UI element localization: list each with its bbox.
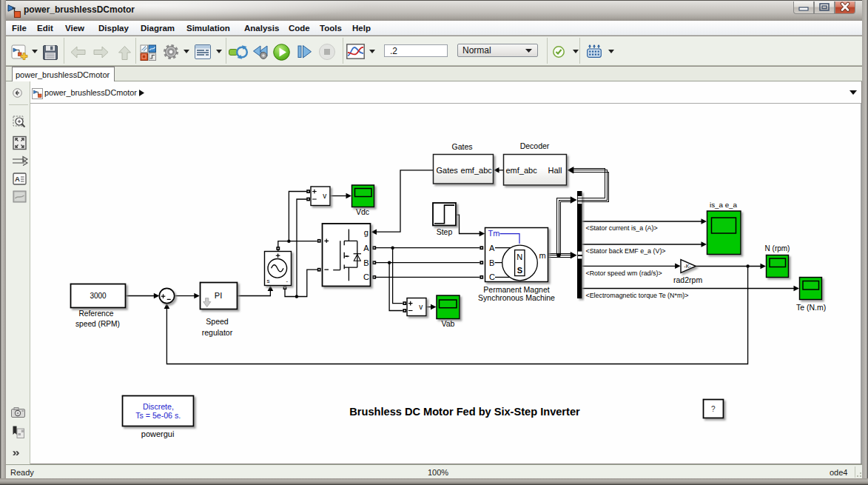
svg-text:Gates: Gates — [437, 166, 459, 175]
svg-text:Te (N.m): Te (N.m) — [796, 303, 826, 312]
svg-text:B: B — [489, 258, 494, 267]
svg-text:is_a e_a: is_a e_a — [710, 201, 738, 209]
svg-text:3000: 3000 — [90, 292, 107, 300]
svg-text:PI: PI — [215, 291, 222, 300]
svg-text:powergui: powergui — [141, 429, 175, 438]
svg-text:Tm: Tm — [488, 229, 500, 238]
svg-text:<Electromagnetic torque Te (N*: <Electromagnetic torque Te (N*m)> — [586, 292, 689, 299]
svg-text:emf_abc: emf_abc — [506, 166, 538, 175]
svg-text:-K-: -K- — [684, 264, 691, 269]
svg-text:B: B — [363, 258, 369, 267]
svg-text:S: S — [517, 266, 522, 275]
svg-text:-: - — [286, 278, 289, 284]
svg-text:Synchronous Machine: Synchronous Machine — [478, 293, 555, 302]
svg-text:g: g — [364, 228, 369, 237]
svg-text:v: v — [419, 303, 423, 311]
svg-text:A: A — [15, 175, 20, 183]
svg-text:<Stator current is_a (A)>: <Stator current is_a (A)> — [586, 224, 658, 232]
svg-text:regulator: regulator — [202, 328, 233, 337]
svg-text:Step: Step — [437, 227, 453, 236]
svg-text:C: C — [489, 272, 495, 281]
svg-text:Vab: Vab — [442, 319, 455, 328]
svg-text:m: m — [539, 251, 546, 260]
svg-text:Vdc: Vdc — [356, 207, 369, 216]
svg-text:Decoder: Decoder — [520, 141, 550, 150]
svg-text:emf_abc: emf_abc — [461, 166, 493, 175]
svg-text:Brushless DC Motor Fed by Six-: Brushless DC Motor Fed by Six-Step Inver… — [349, 406, 580, 418]
svg-text:Hall: Hall — [548, 166, 562, 175]
svg-text:Speed: Speed — [206, 317, 229, 326]
svg-text:<Rotor speed wm (rad/s)>: <Rotor speed wm (rad/s)> — [586, 270, 662, 277]
svg-text:v: v — [323, 192, 326, 200]
svg-text:rad2rpm: rad2rpm — [673, 275, 702, 284]
svg-text:N: N — [517, 252, 522, 261]
svg-text:speed (RPM): speed (RPM) — [75, 320, 120, 328]
svg-text:A: A — [363, 244, 369, 252]
svg-text:s: s — [267, 278, 270, 284]
svg-text:A: A — [489, 244, 495, 252]
svg-text:Reference: Reference — [78, 310, 113, 318]
svg-text:N (rpm): N (rpm) — [765, 244, 790, 252]
svg-text:Gates: Gates — [451, 142, 472, 151]
svg-text:Discrete,: Discrete, — [143, 402, 174, 411]
svg-text:?: ? — [711, 405, 716, 413]
svg-text:C: C — [363, 272, 369, 281]
svg-text:<Stator back EMF e_a (V)>: <Stator back EMF e_a (V)> — [586, 247, 666, 255]
svg-text:Ts = 5e-06 s.: Ts = 5e-06 s. — [135, 411, 181, 420]
